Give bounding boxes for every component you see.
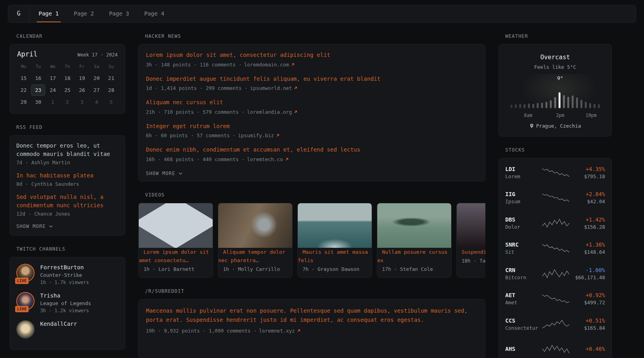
video-title-link[interactable]: Aliquam tempor dolor nec pharetra… — [218, 245, 285, 263]
chevron-down-icon — [178, 172, 182, 175]
hn-source-link[interactable]: ipsumworld.net — [250, 85, 297, 91]
hn-meta: 6h · 60 points · 57 comments · ipsumify.… — [146, 132, 478, 138]
twitch-channel-row[interactable]: KendallCarr — [16, 320, 118, 339]
stocks-widget: STOCKS LDI Lorem +4.35% $795.18 IIG — [499, 147, 612, 358]
stock-values: +1.36% $148.64 — [570, 241, 605, 255]
calendar-day-next-month: 1 — [45, 96, 60, 108]
hn-source-domain: loremlandia.org — [247, 109, 292, 115]
weather-section-label: WEATHER — [505, 33, 612, 39]
video-title-link[interactable]: Mauris sit amet massa felis — [298, 245, 368, 263]
stock-name: Amet — [505, 300, 541, 305]
calendar-card: April Week 17 · 2024 Mo Tu We Th Fr Sa S… — [10, 44, 125, 114]
weather-condition: Overcast — [505, 54, 605, 61]
stock-row[interactable]: DBS Dolor +1.42% $156.28 — [505, 210, 605, 236]
twitch-channel-info: KendallCarr — [40, 320, 77, 329]
stock-row[interactable]: AET Amet +0.92% $499.72 — [505, 286, 605, 312]
chevron-down-icon — [49, 225, 53, 228]
calendar-day: 16 — [31, 72, 46, 84]
rss-title-link[interactable]: Donec tempor eros leo, ut commodo mauris… — [16, 142, 118, 158]
stock-row[interactable]: SNRC Sit +1.36% $148.64 — [505, 236, 605, 261]
rss-title-link[interactable]: In hac habitasse platea — [16, 171, 118, 180]
twitch-channel-row[interactable]: LIVE ForrestBurton Counter-Strike 1h · 1… — [16, 264, 118, 285]
hn-source-link[interactable]: ipsumify.biz — [238, 132, 279, 138]
calendar-day: 19 — [75, 72, 89, 84]
dashboard-grid: CALENDAR April Week 17 · 2024 Mo Tu We T… — [0, 23, 644, 358]
left-column: CALENDAR April Week 17 · 2024 Mo Tu We T… — [10, 33, 125, 358]
calendar-day: 27 — [89, 84, 104, 96]
videos-scroller[interactable]: Lorem ipsum dolor sit amet consectetu… 1… — [138, 203, 485, 278]
rss-show-more-button[interactable]: SHOW MORE — [16, 223, 53, 230]
calendar-day: 20 — [89, 72, 104, 84]
video-title-link[interactable]: Nullam posuere cursus ex — [377, 245, 447, 263]
tab-page-3[interactable]: Page 3 — [101, 5, 137, 22]
weather-hour-label: 10pm — [586, 113, 597, 118]
right-column: WEATHER Overcast Feels like 5°C 9° 6am 2… — [499, 33, 612, 358]
calendar-day: 24 — [45, 84, 60, 96]
hn-source-link[interactable]: loremtech.co — [247, 156, 288, 162]
weather-hour-labels: 6am 2pm 10pm — [505, 113, 605, 119]
video-card[interactable]: Suspendisse diam 18h · Tara — [456, 203, 485, 278]
stock-row[interactable]: CRN Bitcorn -1.00% $66,171.48 — [505, 261, 605, 286]
hn-title-link[interactable]: Lorem ipsum dolor sit amet, consectetur … — [146, 51, 478, 59]
stock-name: Bitcorn — [505, 274, 541, 280]
stock-symbol: LDI — [505, 166, 541, 172]
twitch-channel-row[interactable]: LIVE Trisha League of Legends 3h · 1.2k … — [16, 292, 118, 313]
video-thumbnail — [457, 203, 485, 248]
external-link-icon — [291, 63, 295, 66]
calendar-dow: Th — [60, 61, 75, 72]
rss-meta: 12d · Chance Jones — [16, 211, 118, 217]
video-title-link[interactable]: Lorem ipsum dolor sit amet consectetu… — [139, 245, 209, 263]
video-card[interactable]: Nullam posuere cursus ex 17h · Stefan Co… — [377, 203, 452, 278]
calendar-day: 21 — [104, 72, 118, 84]
stock-id: IIG Ipsum — [505, 191, 541, 204]
avatar: LIVE — [16, 292, 35, 310]
video-thumbnail — [298, 203, 372, 248]
calendar-day: 30 — [31, 96, 46, 108]
tab-page-4[interactable]: Page 4 — [137, 5, 172, 22]
tab-page-1[interactable]: Page 1 — [31, 5, 66, 22]
hn-title-link[interactable]: Donec imperdiet augue tincidunt felis al… — [146, 75, 478, 83]
stock-row[interactable]: LDI Lorem +4.35% $795.18 — [505, 160, 605, 185]
video-card[interactable]: Lorem ipsum dolor sit amet consectetu… 1… — [138, 203, 213, 278]
calendar-day-next-month: 3 — [75, 96, 89, 108]
stock-price: $148.64 — [570, 249, 605, 255]
rss-title-link[interactable]: Sed volutpat nulla nisl, a condimentum n… — [16, 193, 118, 210]
video-card[interactable]: Aliquam tempor dolor nec pharetra… 1h · … — [218, 203, 293, 278]
calendar-day: 18 — [60, 72, 75, 84]
weather-hour-label: 6am — [524, 113, 532, 118]
stock-values: +1.42% $156.28 — [570, 216, 605, 230]
subreddit-post-title-link[interactable]: Maecenas mollis pulvinar erat non posuer… — [146, 306, 478, 325]
hn-meta-text: 16h · 468 points · 440 comments · — [146, 156, 244, 162]
video-title-link[interactable]: Suspendisse diam — [457, 245, 485, 255]
hn-meta-text: 3h · 148 points · 116 comments · — [146, 62, 242, 68]
hn-source-link[interactable]: loremdomain.com — [244, 62, 295, 68]
tab-page-2[interactable]: Page 2 — [66, 5, 102, 22]
hn-show-more-button[interactable]: SHOW MORE — [146, 170, 182, 177]
stock-id: CCS Consectetur — [505, 317, 541, 331]
stock-row[interactable]: CCS Consectetur +0.51% $165.84 — [505, 311, 605, 337]
subreddit-source-link[interactable]: loremnet.xyz — [259, 328, 300, 334]
live-badge: LIVE — [15, 306, 29, 312]
video-card[interactable]: Mauris sit amet massa felis 7h · Grayson… — [297, 203, 372, 278]
twitch-widget: TWITCH CHANNELS LIVE ForrestBurton Count… — [10, 246, 125, 350]
hn-title-link[interactable]: Aliquam nec cursus elit — [146, 99, 478, 107]
videos-widget: VIDEOS Lorem ipsum dolor sit amet consec… — [138, 192, 485, 278]
stock-id: CRN Bitcorn — [505, 267, 541, 280]
rss-item: In hac habitasse platea 8d · Cynthia Sau… — [16, 171, 118, 187]
stock-change: +1.36% — [570, 241, 605, 248]
app-logo[interactable]: G — [8, 5, 29, 22]
stock-row[interactable]: AHS +0.46% — [505, 337, 605, 358]
stock-sparkline — [541, 218, 570, 228]
external-link-icon — [294, 86, 297, 90]
hn-title-link[interactable]: Integer eget rutrum lorem — [146, 123, 478, 130]
hn-meta-text: 6h · 60 points · 57 comments · — [146, 132, 236, 138]
stock-name: Sit — [505, 249, 541, 255]
stock-sparkline — [541, 243, 570, 253]
hn-title-link[interactable]: Donec enim nibh, condimentum et accumsan… — [146, 146, 478, 154]
stock-row[interactable]: IIG Ipsum +2.84% $42.04 — [505, 185, 605, 211]
hn-meta: 3h · 148 points · 116 comments · loremdo… — [146, 62, 478, 68]
stock-price: $499.72 — [570, 300, 605, 305]
hn-source-link[interactable]: loremlandia.org — [247, 109, 297, 115]
calendar-day: 25 — [60, 84, 75, 96]
stock-sparkline — [541, 167, 570, 178]
